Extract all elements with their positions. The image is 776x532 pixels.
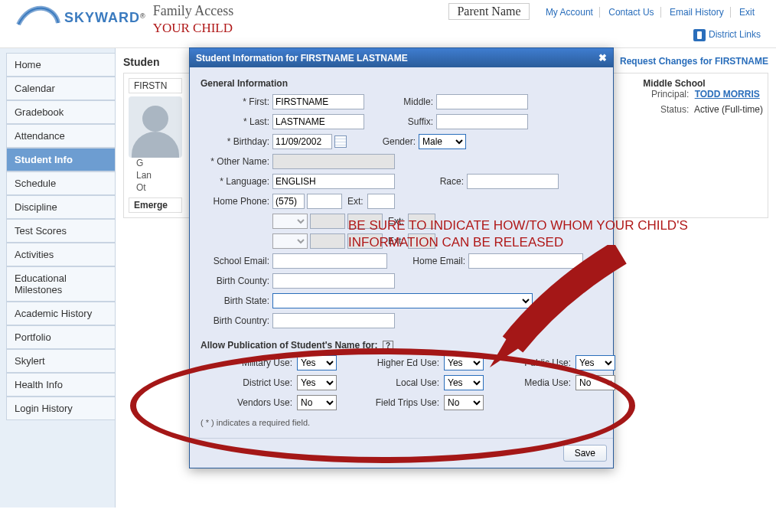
school-name: Middle School <box>643 78 705 89</box>
last-label: Last: <box>201 116 269 127</box>
student-name-crumb: FIRSTN <box>129 78 182 93</box>
sidebar-item-portfolio[interactable]: Portfolio <box>6 325 115 349</box>
sidebar-item-test-scores[interactable]: Test Scores <box>6 219 115 243</box>
birthday-label: Birthday: <box>201 136 269 147</box>
birth-country-label: Birth Country: <box>201 315 269 326</box>
close-icon[interactable]: ✖ <box>598 52 607 64</box>
sidebar-item-activities[interactable]: Activities <box>6 243 115 266</box>
phone-2-input[interactable] <box>307 194 342 209</box>
principal-link[interactable]: TODD MORRIS <box>695 89 760 100</box>
race-label: Race: <box>410 176 464 187</box>
district-select[interactable]: Yes <box>297 375 337 390</box>
school-email-input[interactable] <box>272 253 387 269</box>
header: SKYWARD® Family Access YOUR CHILD Parent… <box>0 0 776 48</box>
sidebar-item-home[interactable]: Home <box>6 53 115 77</box>
sidebar-item-health-info[interactable]: Health Info <box>6 373 115 397</box>
other-name-label: Other Name: <box>201 156 269 167</box>
phone-type-3-select <box>272 233 308 249</box>
last-input[interactable] <box>272 114 364 129</box>
sidebar-item-skylert[interactable]: Skylert <box>6 349 115 373</box>
suffix-label: Suffix: <box>380 116 433 127</box>
military-label: Military Use: <box>201 357 292 368</box>
home-phone-label: Home Phone: <box>201 196 269 207</box>
highered-select[interactable]: Yes <box>444 355 484 370</box>
suffix-input[interactable] <box>436 114 528 129</box>
sidebar-item-calendar[interactable]: Calendar <box>6 77 115 100</box>
sidebar-item-educational-milestones[interactable]: Educational Milestones <box>6 266 115 302</box>
first-label: First: <box>201 96 269 107</box>
trips-label: Field Trips Use: <box>347 397 439 408</box>
sidebar-item-discipline[interactable]: Discipline <box>6 195 115 219</box>
race-input[interactable] <box>467 174 559 189</box>
request-changes-link[interactable]: Request Changes for FIRSTNAME <box>620 56 768 67</box>
birth-county-input[interactable] <box>272 273 395 289</box>
district-label: District Use: <box>201 377 292 388</box>
ext-1-input[interactable] <box>367 194 395 209</box>
modal-title: Student Information for FIRSTNAME LASTNA… <box>196 53 408 64</box>
phone2-area-input <box>310 214 345 229</box>
home-email-input[interactable] <box>468 253 583 269</box>
calendar-icon[interactable] <box>334 135 347 148</box>
general-info-heading: General Information <box>201 78 602 89</box>
ext-label-2: Ext: <box>388 216 404 227</box>
exit-link[interactable]: Exit <box>733 7 761 18</box>
birth-country-input[interactable] <box>272 313 395 328</box>
trips-select[interactable]: No <box>444 395 484 410</box>
my-account-link[interactable]: My Account <box>540 7 600 18</box>
local-label: Local Use: <box>347 377 439 388</box>
top-links: My Account Contact Us Email History Exit <box>540 7 761 18</box>
required-note: ( * ) indicates a required field. <box>201 418 602 427</box>
sidebar-item-login-history[interactable]: Login History <box>6 397 115 420</box>
bg-ot: Ot <box>136 182 182 193</box>
sidebar-item-academic-history[interactable]: Academic History <box>6 302 115 325</box>
school-email-label: School Email: <box>201 256 269 266</box>
media-select[interactable]: No <box>575 375 615 390</box>
birthday-input[interactable] <box>272 134 332 149</box>
school-info: Middle School Principal: TODD MORRIS Sta… <box>643 78 763 213</box>
phone-area-input[interactable] <box>272 194 305 209</box>
first-input[interactable] <box>272 94 364 109</box>
middle-input[interactable] <box>436 94 528 109</box>
public-select[interactable]: Yes <box>575 355 615 370</box>
save-button[interactable]: Save <box>563 445 607 462</box>
student-info-modal: Student Information for FIRSTNAME LASTNA… <box>189 47 614 468</box>
ext-3-input <box>408 233 435 249</box>
language-label: Language: <box>201 176 269 187</box>
help-icon[interactable]: ? <box>383 341 393 351</box>
gender-select[interactable]: Male <box>419 134 466 149</box>
gender-label: Gender: <box>362 136 416 147</box>
email-history-link[interactable]: Email History <box>664 7 731 18</box>
ext-2-input <box>408 214 435 229</box>
district-links-label: District Links <box>709 29 761 40</box>
district-links-link[interactable]: District Links <box>693 29 761 40</box>
ext-label-3: Ext: <box>388 236 404 246</box>
phone3-num-input <box>347 233 383 249</box>
sidebar: HomeCalendarGradebookAttendanceStudent I… <box>0 48 115 508</box>
sidebar-item-attendance[interactable]: Attendance <box>6 124 115 148</box>
birth-state-select[interactable] <box>272 293 533 308</box>
contact-us-link[interactable]: Contact Us <box>602 7 660 18</box>
sidebar-item-schedule[interactable]: Schedule <box>6 171 115 195</box>
publication-heading: Allow Publication of Student's Name for:… <box>201 340 602 351</box>
phone-type-2-select <box>272 214 308 229</box>
your-child-title: YOUR CHILD <box>153 21 234 36</box>
local-select[interactable]: Yes <box>444 375 484 390</box>
sidebar-item-student-info[interactable]: Student Info <box>6 148 115 171</box>
ext-label-1: Ext: <box>347 196 364 207</box>
phone2-num-input <box>347 214 383 229</box>
family-access-title: Family Access <box>153 3 234 19</box>
language-input[interactable] <box>272 174 395 189</box>
logo-text: SKYWARD <box>64 10 140 25</box>
status-label: Status: <box>643 104 689 115</box>
sidebar-item-gradebook[interactable]: Gradebook <box>6 100 115 124</box>
building-icon <box>693 29 706 41</box>
military-select[interactable]: Yes <box>297 355 337 370</box>
principal-label: Principal: <box>643 89 689 100</box>
phone3-area-input <box>310 233 345 249</box>
logo: SKYWARD® <box>15 3 145 26</box>
middle-label: Middle: <box>380 96 433 107</box>
birth-county-label: Birth County: <box>201 276 269 286</box>
highered-label: Higher Ed Use: <box>347 357 439 368</box>
vendors-select[interactable]: No <box>297 395 337 410</box>
public-label: Public Use: <box>494 357 571 368</box>
